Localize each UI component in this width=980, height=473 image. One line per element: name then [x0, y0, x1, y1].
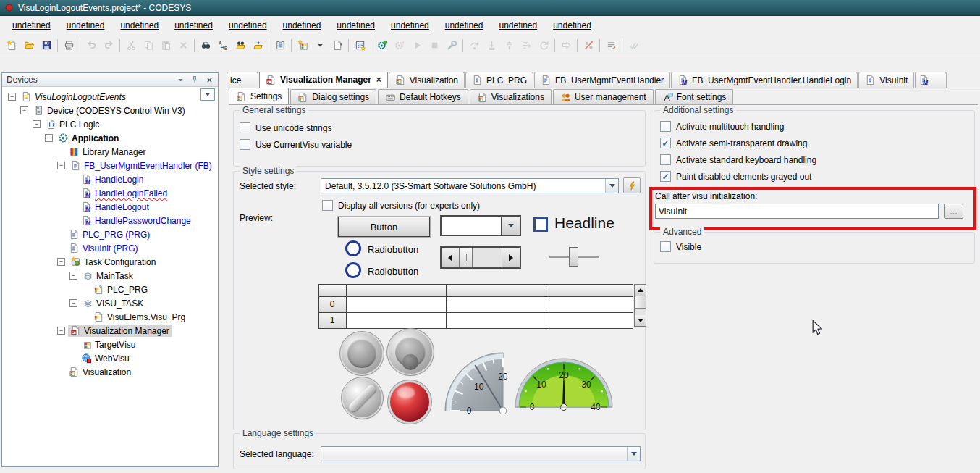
toolbar-button[interactable]: [408, 37, 426, 54]
tree-item[interactable]: FB_UserMgmtEventHandler (FB): [2, 159, 218, 172]
menu-item[interactable]: undefined: [383, 18, 437, 33]
tree-expander-icon[interactable]: [57, 162, 65, 169]
toolbar-button[interactable]: [391, 37, 408, 54]
tree-dropdown-button[interactable]: [200, 88, 215, 101]
tree-expander-icon[interactable]: [69, 341, 76, 348]
checkbox[interactable]: [660, 121, 671, 132]
toolbar-button[interactable]: [625, 37, 642, 54]
toolbar-button[interactable]: [552, 37, 557, 54]
tree-expander-icon[interactable]: [20, 106, 28, 114]
toolbar-button[interactable]: [311, 37, 329, 54]
toolbar-button[interactable]: [38, 37, 55, 54]
settings-tab[interactable]: Visualizations: [470, 89, 552, 104]
title-bar[interactable]: VisuLoginLogoutEvents.project* - CODESYS: [0, 0, 980, 16]
call-after-visu-input[interactable]: [655, 204, 939, 219]
toolbar-button[interactable]: [518, 37, 535, 54]
tree-expander-icon[interactable]: [69, 355, 76, 361]
document-tab[interactable]: Visualization: [389, 72, 465, 88]
toolbar-button[interactable]: [122, 37, 140, 54]
tree-item[interactable]: M HandleLogout: [2, 200, 218, 214]
menu-item[interactable]: undefined: [437, 18, 491, 33]
menu-item[interactable]: undefined: [112, 18, 166, 33]
tab-close-icon[interactable]: ×: [376, 75, 381, 85]
browse-button[interactable]: ...: [944, 204, 963, 219]
toolbar-button[interactable]: [174, 37, 192, 54]
toolbar-button[interactable]: [20, 37, 38, 54]
tree-item[interactable]: Visualization: [2, 365, 218, 379]
tree-item[interactable]: Visualization Manager: [2, 324, 218, 338]
tree-expander-icon[interactable]: [57, 369, 64, 375]
document-tab[interactable]: PLC_PRG: [465, 72, 533, 88]
toolbar-button[interactable]: [602, 37, 620, 54]
panel-close-icon[interactable]: [203, 75, 215, 85]
document-tab[interactable]: VisuInit: [858, 72, 914, 88]
tree-expander-icon[interactable]: [8, 93, 16, 101]
toolbar-button[interactable]: AB: [214, 37, 232, 54]
toolbar-button[interactable]: [197, 37, 214, 54]
toolbar-button[interactable]: [192, 37, 197, 54]
selected-language-combobox[interactable]: [321, 446, 641, 461]
tree-expander-icon[interactable]: [33, 120, 41, 128]
settings-tab[interactable]: Font settings: [655, 89, 734, 104]
document-tab[interactable]: ice: [227, 72, 258, 88]
selected-style-combobox[interactable]: Default, 3.5.12.0 (3S-Smart Software Sol…: [321, 178, 619, 193]
tree-item[interactable]: MainTask: [2, 269, 218, 282]
menu-item[interactable]: undefined: [221, 18, 275, 33]
tree-item[interactable]: Library Manager: [2, 145, 218, 159]
document-tab[interactable]: M: [915, 72, 947, 88]
tree-expander-icon[interactable]: [82, 314, 88, 320]
tree-item[interactable]: PLC Logic: [2, 117, 218, 131]
toolbar-button[interactable]: [232, 37, 249, 54]
tree-item[interactable]: M HandleLoginFailed: [2, 186, 218, 200]
tree-item[interactable]: Task Configuration: [2, 255, 218, 269]
tree-item[interactable]: PLC_PRG (PRG): [2, 227, 218, 241]
tree-expander-icon[interactable]: [69, 176, 76, 183]
toolbar-button[interactable]: [60, 37, 77, 54]
toolbar-button[interactable]: [465, 37, 483, 54]
tree-item[interactable]: VISU_TASK: [2, 296, 218, 310]
combo-dropdown-button[interactable]: [627, 447, 640, 461]
toolbar-button[interactable]: [289, 37, 294, 54]
tree-item[interactable]: TargetVisu: [2, 338, 218, 351]
document-tab[interactable]: M FB_UserMgmtEventHandler.HandleLogin: [671, 72, 858, 88]
menu-item[interactable]: undefined: [491, 18, 545, 33]
tree-item[interactable]: PLC_PRG: [2, 282, 218, 296]
tree-item[interactable]: Device (CODESYS Control Win V3): [2, 104, 218, 117]
checkbox[interactable]: ✓: [660, 171, 671, 182]
settings-tab[interactable]: Dialog settings: [290, 89, 376, 104]
checkbox[interactable]: [660, 241, 671, 252]
tree-item[interactable]: M HandlePasswordChange: [2, 214, 218, 227]
toolbar-button[interactable]: [535, 37, 552, 54]
tree-item[interactable]: Application: [2, 131, 218, 145]
toolbar-button[interactable]: [266, 37, 271, 54]
toolbar-button[interactable]: [157, 37, 174, 54]
toolbar-button[interactable]: [580, 37, 597, 54]
document-tab[interactable]: FB_UserMgmtEventHandler: [534, 72, 670, 88]
style-flash-button[interactable]: [623, 177, 641, 193]
toolbar-button[interactable]: [460, 37, 465, 54]
tree-expander-icon[interactable]: [69, 217, 76, 224]
menu-item[interactable]: undefined: [329, 18, 383, 33]
panel-dropdown-icon[interactable]: [174, 75, 186, 85]
checkbox[interactable]: ✓: [660, 138, 671, 148]
toolbar-button[interactable]: [351, 37, 368, 54]
toolbar-button[interactable]: [83, 37, 100, 54]
panel-pin-icon[interactable]: [189, 75, 200, 85]
devices-panel-header[interactable]: Devices: [2, 73, 218, 87]
tree-expander-icon[interactable]: [57, 327, 65, 335]
panel-splitter[interactable]: [219, 72, 227, 473]
tree-item[interactable]: M HandleLogin: [2, 172, 218, 186]
toolbar-button[interactable]: [368, 37, 373, 54]
toolbar-button[interactable]: [100, 37, 117, 54]
toolbar-button[interactable]: [140, 37, 157, 54]
toolbar-button[interactable]: [575, 37, 580, 54]
toolbar-button[interactable]: [294, 37, 311, 54]
menu-item[interactable]: undefined: [59, 18, 113, 33]
checkbox[interactable]: [660, 154, 671, 165]
tree-expander-icon[interactable]: [69, 190, 76, 196]
tree-expander-icon[interactable]: [57, 258, 65, 266]
toolbar-button[interactable]: [346, 37, 351, 54]
toolbar-button[interactable]: [597, 37, 602, 54]
tree-item[interactable]: VisuElems.Visu_Prg: [2, 310, 218, 324]
tree-expander-icon[interactable]: [69, 272, 77, 280]
